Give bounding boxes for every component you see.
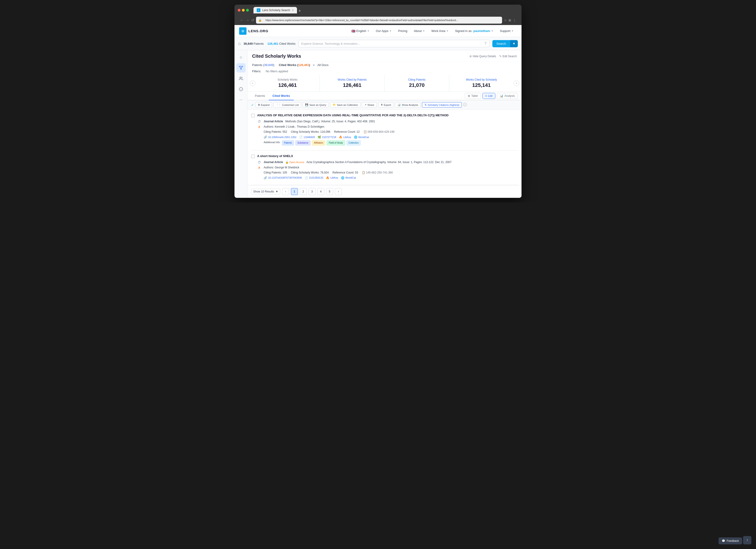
list-view-button[interactable]: ≡ List bbox=[482, 93, 496, 99]
sidebar: ⌂ ··· bbox=[234, 50, 247, 198]
users-icon bbox=[239, 76, 243, 81]
nav-apps[interactable]: Our Apps ▼ bbox=[373, 25, 395, 37]
citing-patents-link[interactable]: Citing Patents bbox=[408, 78, 425, 81]
search-help-icon[interactable]: ? bbox=[484, 41, 487, 46]
share-button[interactable]: ↗ Share bbox=[362, 102, 377, 107]
chevron-down-icon: ▼ bbox=[423, 30, 425, 32]
back-button[interactable]: ← bbox=[240, 18, 244, 22]
page-3-button[interactable]: 3 bbox=[309, 188, 316, 195]
page-4-button[interactable]: 4 bbox=[317, 188, 324, 195]
badge-collection[interactable]: Collection bbox=[347, 140, 361, 145]
stats-next-button[interactable]: › bbox=[514, 80, 519, 86]
worldcat-link[interactable]: 🌐 WorldCat bbox=[354, 135, 369, 139]
home-button[interactable]: ⌂ bbox=[238, 41, 241, 46]
doi-link-2[interactable]: 🔗 10.1107/s0108767307043930 bbox=[264, 176, 302, 180]
search-button[interactable]: Search bbox=[492, 40, 510, 47]
result-title-row-2: A short history of SHELX bbox=[251, 154, 518, 158]
export-button[interactable]: ⬆ Export bbox=[378, 102, 394, 107]
new-tab-button[interactable]: + bbox=[298, 9, 301, 13]
analysis-icon: 📊 bbox=[397, 103, 401, 106]
result-checkbox-2[interactable] bbox=[251, 154, 255, 158]
result-checkbox[interactable] bbox=[251, 114, 255, 117]
page-1-button[interactable]: 1 bbox=[291, 188, 298, 195]
search-dropdown-button[interactable]: ▼ bbox=[510, 40, 518, 47]
expand-button[interactable]: ⊞ Expand bbox=[255, 102, 272, 107]
works-cited-scholarly-link[interactable]: Works Cited by Scholarly bbox=[466, 78, 497, 81]
doi-link[interactable]: 🔗 10.1006/meth.2001.1262 bbox=[264, 135, 296, 139]
forward-button[interactable]: → bbox=[246, 18, 249, 22]
sort-button[interactable]: ⇅ Scholarly Citations (highest) bbox=[422, 102, 462, 107]
page-5-button[interactable]: 5 bbox=[326, 188, 333, 195]
libkey-icon-2: 🔥 bbox=[326, 176, 329, 180]
badge-substance[interactable]: Substance bbox=[295, 140, 310, 145]
table-icon: ⊞ bbox=[468, 94, 470, 97]
lens-id: 📋 069-658-664-429-198 bbox=[363, 130, 394, 134]
nav-work-area[interactable]: Work Area ▼ bbox=[428, 25, 452, 37]
bookmark-icon[interactable]: ☆ bbox=[504, 19, 507, 22]
cited-works-filter-tab[interactable]: Cited Works (126,461) bbox=[279, 63, 310, 67]
libkey-link-2[interactable]: 🔥 LibKey bbox=[326, 176, 338, 180]
nav-signed-in[interactable]: Signed in as pauloldham ▼ bbox=[452, 25, 497, 37]
results-count-select[interactable]: Show 10 Results ▼ bbox=[251, 189, 280, 194]
works-cited-link[interactable]: Works Cited by Patents bbox=[338, 78, 367, 81]
patents-filter-tab[interactable]: Patents (39,849) bbox=[252, 63, 274, 67]
badge-patents[interactable]: Patents bbox=[282, 140, 294, 145]
sidebar-info-button[interactable] bbox=[236, 84, 246, 94]
scholarly-works-label: Scholarly Works bbox=[259, 78, 316, 81]
pmid-link-2[interactable]: 📄 2131350133 bbox=[305, 176, 323, 180]
maximize-window-button[interactable] bbox=[246, 9, 249, 12]
tab-close-button[interactable]: × bbox=[292, 8, 294, 12]
sidebar-users-button[interactable] bbox=[236, 74, 246, 83]
close-window-button[interactable] bbox=[238, 9, 241, 12]
address-bar-row: ← → ↺ 🔒 ☆ ⊞ ⋮ bbox=[238, 15, 518, 25]
worldcat-link-2[interactable]: 🌐 WorldCat bbox=[341, 176, 356, 180]
menu-icon[interactable]: ⋮ bbox=[513, 19, 516, 22]
result-journal: Methods (San Diego, Calif.), Volume: 25,… bbox=[285, 120, 375, 123]
hide-query-button[interactable]: ⊘ Hide Query Details bbox=[469, 55, 496, 58]
url-input[interactable] bbox=[264, 18, 500, 22]
page-prev-button[interactable]: ‹ bbox=[282, 188, 289, 195]
browser-tab-active[interactable]: L Lens Scholarly Search × bbox=[253, 7, 297, 13]
address-bar[interactable]: 🔒 bbox=[256, 17, 502, 24]
logo-text: LENS.ORG bbox=[248, 29, 268, 33]
select-all-checkbox[interactable]: ✓ bbox=[251, 103, 254, 107]
libkey-link[interactable]: 🔥 LibKey bbox=[339, 135, 351, 139]
result-type: Journal Article bbox=[264, 120, 283, 123]
table-view-button[interactable]: ⊞ Table bbox=[465, 93, 481, 99]
save-collection-button[interactable]: 📁 Save as Collection bbox=[330, 102, 360, 107]
analysis-view-button[interactable]: 📊 Analysis bbox=[497, 93, 518, 99]
show-analysis-button[interactable]: 📊 Show Analysis bbox=[395, 102, 421, 107]
sidebar-active-button[interactable] bbox=[236, 63, 246, 72]
nav-language[interactable]: 🇬🇧 English ▼ bbox=[348, 25, 373, 37]
badge-field-of-study[interactable]: Field of Study bbox=[327, 140, 345, 145]
search-input-wrap[interactable]: Explore Science, Technology & Innovation… bbox=[298, 40, 490, 47]
pmid-link[interactable]: 📄 11846609 bbox=[299, 135, 315, 139]
content-area: Cited Scholarly Works ⊘ Hide Query Detai… bbox=[247, 50, 522, 198]
refresh-button[interactable]: ↺ bbox=[251, 18, 254, 22]
page-next-button[interactable]: › bbox=[335, 188, 342, 195]
customise-list-button[interactable]: ⋮⋮ Customise List bbox=[273, 102, 301, 107]
nav-pricing[interactable]: Pricing bbox=[395, 25, 411, 37]
result-meta-1: Journal Article Methods (San Diego, Cali… bbox=[264, 119, 375, 124]
doi-icon: 🔗 bbox=[264, 135, 267, 139]
info-button[interactable]: ⓘ bbox=[463, 102, 467, 107]
pmcid-link[interactable]: 🌿 2107277218 bbox=[318, 135, 336, 139]
nav-support[interactable]: Support ▼ bbox=[497, 25, 517, 37]
extensions-icon[interactable]: ⊞ bbox=[509, 19, 511, 22]
tab-patents[interactable]: Patents bbox=[251, 92, 269, 100]
sidebar-more-button[interactable]: ··· bbox=[236, 95, 246, 104]
result-meta-2: Journal Article 🔓 Open Access Acta Cryst… bbox=[264, 160, 452, 164]
nav-about[interactable]: About ▼ bbox=[411, 25, 428, 37]
badge-affiliation[interactable]: Affiliation bbox=[312, 140, 325, 145]
tab-cited-works[interactable]: Cited Works bbox=[269, 92, 294, 100]
search-bar-area: ⌂ 39,849 Patents 126,461 Cited Works Exp… bbox=[234, 37, 522, 50]
minimize-window-button[interactable] bbox=[242, 9, 245, 12]
no-filters-text: No filters applied bbox=[266, 69, 288, 73]
page-2-button[interactable]: 2 bbox=[300, 188, 307, 195]
sidebar-home-button[interactable]: ⌂ bbox=[236, 53, 246, 62]
save-query-button[interactable]: 💾 Save as Query bbox=[303, 102, 329, 107]
doi-icon-2: 🔗 bbox=[264, 176, 267, 180]
stats-prev-button[interactable]: ‹ bbox=[250, 80, 255, 86]
edit-search-button[interactable]: ✎ Edit Search bbox=[499, 55, 517, 58]
analysis-icon: 📊 bbox=[500, 94, 503, 97]
